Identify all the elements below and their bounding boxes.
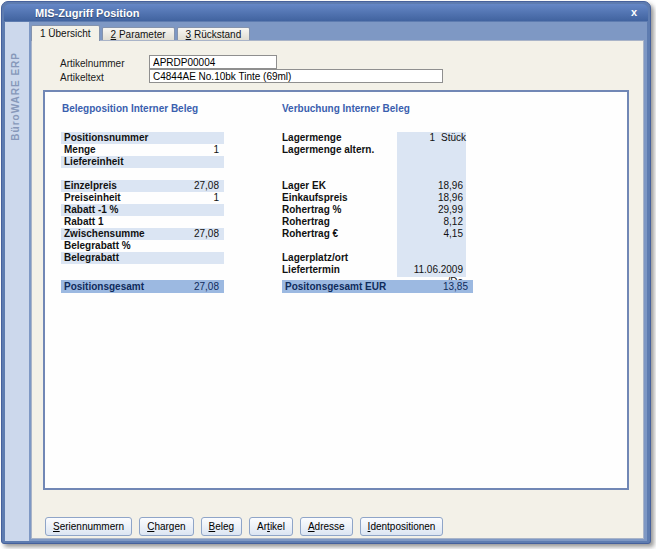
brand-strip: BüroWARE ERP	[5, 22, 29, 541]
field-value-lagerplatz	[397, 252, 466, 264]
field-value-rohertrag-prozent: 29,99	[397, 204, 466, 216]
field-value-rohertrag: 8,12	[397, 216, 466, 228]
total-row-positionsgesamt-eur: Positonsgesamt EUR 13,85	[282, 280, 473, 293]
field-label-rohertrag-euro: Rohertrag €	[282, 228, 397, 240]
total-row-positionsgesamt: Positionsgesamt 27,08	[61, 280, 224, 293]
chargen-button[interactable]: Chargen	[139, 517, 193, 536]
field-row-preiseinheit: Preiseinheit 1	[61, 192, 224, 204]
button-row: Seriennummern Chargen Beleg Artikel Adre…	[45, 517, 443, 536]
seriennummern-button[interactable]: Seriennummern	[45, 517, 132, 536]
field-row-zwischensumme: Zwischensumme 27,08	[61, 228, 224, 240]
artikelnummer-input[interactable]	[149, 55, 277, 69]
field-label-lagermenge-altern: Lagermenge altern.	[282, 144, 397, 156]
field-value-lagermenge: 1 Stück	[397, 132, 466, 144]
field-value-rohertrag-euro: 4,15	[397, 228, 466, 240]
field-label-rohertrag-prozent: Rohertrag %	[282, 204, 397, 216]
title-bar: MIS-Zugriff Position x	[4, 4, 648, 21]
field-row-einzelpreis: Einzelpreis 27,08	[61, 180, 224, 192]
field-value-einkaufspreis: 18,96	[397, 192, 466, 204]
field-label-einkaufspreis: Einkaufspreis	[282, 192, 397, 204]
tab-bar: 1 Übersicht 2 Parameter 3 Rückstand	[31, 25, 252, 41]
field-row-belegrabatt: Belegrabatt	[61, 252, 224, 264]
artikel-button[interactable]: Artikel	[249, 517, 293, 536]
window-body: BüroWARE ERP 1 Übersicht 2 Parameter 3 R…	[5, 22, 647, 541]
brand-label: BüroWARE ERP	[10, 52, 21, 141]
identpositionen-button[interactable]: Identpositionen	[360, 517, 444, 536]
field-row-rabatt-1: Rabatt 1	[61, 216, 224, 228]
field-label-rohertrag: Rohertrag	[282, 216, 397, 228]
detail-panel: Belegposition Interner Beleg Verbuchung …	[43, 90, 629, 490]
field-row-menge: Menge 1	[61, 144, 224, 156]
tab-rueckstand[interactable]: 3 Rückstand	[177, 27, 251, 41]
field-row-belegrabatt-prozent: Belegrabatt %	[61, 240, 224, 252]
field-label-liefertermin: Liefertermin	[282, 264, 397, 276]
artikelnummer-label: Artikelnummer	[60, 58, 124, 69]
field-row-liefereinheit: Liefereinheit	[61, 156, 224, 168]
tab-parameter[interactable]: 2 Parameter	[102, 27, 175, 41]
artikeltext-label: Artikeltext	[60, 72, 104, 83]
field-row-positionsnummer: Positionsnummer	[61, 132, 224, 144]
right-section-header: Verbuchung Interner Beleg	[282, 103, 410, 114]
tab-uebersicht[interactable]: 1 Übersicht	[31, 25, 100, 41]
adresse-button[interactable]: Adresse	[300, 517, 353, 536]
close-icon[interactable]: x	[631, 6, 637, 18]
field-value-liefertermin: 11.06.2009 /Do	[397, 264, 466, 276]
field-label-lager-ek: Lager EK	[282, 180, 397, 192]
left-section-header: Belegposition Interner Beleg	[62, 103, 198, 114]
window-title: MIS-Zugriff Position	[4, 7, 139, 19]
app-window: MIS-Zugriff Position x BüroWARE ERP 1 Üb…	[1, 1, 651, 544]
tab-page-uebersicht: Artikelnummer Artikeltext Belegposition …	[31, 40, 644, 539]
field-value-lager-ek: 18,96	[397, 180, 466, 192]
artikeltext-input[interactable]	[149, 69, 443, 83]
beleg-button[interactable]: Beleg	[201, 517, 243, 536]
field-value-lagermenge-altern	[397, 144, 466, 156]
field-label-lagermenge: Lagermenge	[282, 132, 397, 144]
field-row-rabatt-1-prozent: Rabatt -1 %	[61, 204, 224, 216]
field-label-lagerplatz: Lagerplatz/ort	[282, 252, 397, 264]
